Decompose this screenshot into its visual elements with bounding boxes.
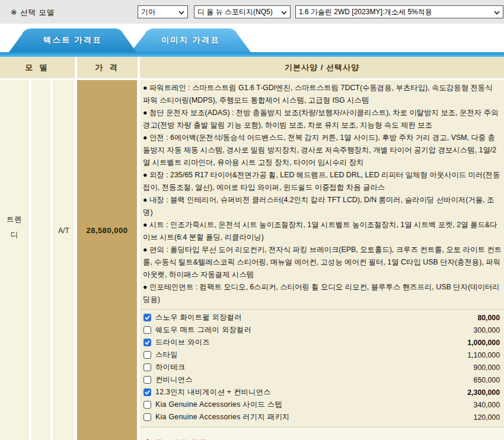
model-selector-bar: ※ 선택 모델 기아 디 올 뉴 스포티지(NQ5) 1.6 가솔린 2WD [… xyxy=(0,0,504,24)
option-price: 1,100,000 xyxy=(467,351,501,359)
spec-item-convenience: ● 편의 : 폴딩타입 무선 도어 리모컨키, 전자식 파킹 브레이크(EPB,… xyxy=(143,244,502,281)
option-price: 2,300,000 xyxy=(467,388,501,397)
option-row[interactable]: Kia Genuine Accessories 사이드 스텝 340,000 xyxy=(143,398,501,411)
transmission-value: A/T xyxy=(53,227,75,235)
option-row[interactable]: 쉐도우 매트 그레이 외장컬러 300,000 xyxy=(143,324,501,336)
option-label: 컨비니언스 xyxy=(155,375,193,385)
option-label: 스노우 화이트펄 외장컬러 xyxy=(155,313,242,323)
option-price: 650,000 xyxy=(474,376,501,384)
brand-select-value: 기아 xyxy=(141,7,155,17)
price-cell: 28,580,000 xyxy=(77,80,137,440)
price-table: 모 델 가 격 기본사양 / 선택사양 트렌디 A/T 28,580,000 ●… xyxy=(0,57,504,440)
spec-item-seat: ● 시트 : 인조가죽시트, 운전석 시트 높이조절장치, 1열 시트벨트 높이… xyxy=(143,219,502,244)
option-label: 드라이브 와이즈 xyxy=(155,337,210,347)
option-row[interactable]: 드라이브 와이즈 1,000,000 xyxy=(143,336,501,349)
tab-image-price-label: 이미지 가격표 xyxy=(130,28,251,52)
option-label: Kia Genuine Accessories 사이드 스텝 xyxy=(155,400,282,410)
spec-item-exterior: ● 외장 : 235/65 R17 타이어&전면가공 휠, LED 헤드램프, … xyxy=(143,169,502,194)
transmission-cell: A/T xyxy=(53,80,75,440)
trim-name: 트렌디 xyxy=(0,212,29,243)
chevron-down-icon xyxy=(178,11,184,15)
option-checkbox[interactable] xyxy=(143,339,151,346)
base-spec-list: ● 파워트레인 : 스마트스트림 G1.6 T-GDI엔진, 스마트스트림 7D… xyxy=(140,80,504,306)
option-row[interactable]: 스노우 화이트펄 외장컬러 80,000 xyxy=(143,311,501,324)
spec-cell: ● 파워트레인 : 스마트스트림 G1.6 T-GDI엔진, 스마트스트림 7D… xyxy=(140,80,504,440)
option-row[interactable]: 스타일 1,100,000 xyxy=(143,349,501,361)
trim-select-value: 1.6 가솔린 2WD [2023MY]:개소세 5%적용 xyxy=(299,7,432,17)
option-price: 120,000 xyxy=(474,413,501,422)
option-label: 스타일 xyxy=(155,350,178,360)
option-row[interactable]: 컨비니언스 650,000 xyxy=(143,374,501,386)
header-model: 모 델 xyxy=(0,57,75,78)
option-row[interactable]: Kia Genuine Accessories 러기지 패키지 120,000 xyxy=(143,411,501,423)
option-row[interactable]: 12.3인치 내비게이션 + 컨비니언스 2,300,000 xyxy=(143,386,501,398)
header-price: 가 격 xyxy=(77,57,138,78)
tab-underline-bar xyxy=(0,52,504,57)
option-price: 900,000 xyxy=(474,364,501,372)
option-label: 하이테크 xyxy=(155,362,185,372)
check-icon xyxy=(144,389,151,396)
spec-item-adas: ● 첨단 운전자 보조(ADAS) : 전방 충돌방지 보조(차량/보행자/사이… xyxy=(143,107,502,132)
option-row[interactable]: 하이테크 900,000 xyxy=(143,361,501,374)
option-checkbox[interactable] xyxy=(143,388,151,396)
model-select[interactable]: 디 올 뉴 스포티지(NQ5) xyxy=(194,5,291,18)
option-checkbox[interactable] xyxy=(143,364,151,371)
model-select-value: 디 올 뉴 스포티지(NQ5) xyxy=(197,7,273,17)
brand-select[interactable]: 기아 xyxy=(138,5,188,18)
tab-image-price-table[interactable]: 이미지 가격표 xyxy=(130,28,251,52)
option-checkbox[interactable] xyxy=(143,413,151,421)
check-icon xyxy=(144,314,151,321)
check-icon xyxy=(144,339,151,346)
tab-text-price-label: 텍스트 가격표 xyxy=(9,28,136,52)
option-label: 12.3인치 내비게이션 + 컨비니언스 xyxy=(155,387,271,397)
option-checkbox[interactable] xyxy=(143,401,151,409)
option-price: 300,000 xyxy=(474,326,501,334)
spec-item-interior: ● 내장 : 블랙 인테리어, 슈퍼비전 클러스터(4.2인치 칼라 TFT L… xyxy=(143,194,502,219)
trim-name-cell: 트렌디 xyxy=(0,80,29,440)
chevron-down-icon xyxy=(494,11,500,15)
price-value: 28,580,000 xyxy=(77,226,137,235)
option-checkbox[interactable] xyxy=(143,314,151,321)
option-checkbox[interactable] xyxy=(143,326,151,334)
option-checkbox[interactable] xyxy=(143,376,151,384)
spec-item-safety: ● 안전 : 6에어백(운전석/동승석 어드밴스드, 전복 감지 커튼, 1열 … xyxy=(143,132,502,169)
chevron-down-icon xyxy=(281,11,287,15)
option-checkbox[interactable] xyxy=(143,351,151,359)
option-price: 340,000 xyxy=(474,401,501,409)
selector-label: ※ 선택 모델 xyxy=(11,8,55,18)
free-items-section: ※ 무료장착 항목 블랙박스 xyxy=(140,427,504,440)
option-price: 80,000 xyxy=(477,314,501,322)
spec-item-infotainment: ● 인포테인먼트 : 컴팩트 오디오, 6스피커, 스티어링 휠 오디오 리모컨… xyxy=(143,281,502,306)
option-label: Kia Genuine Accessories 러기지 패키지 xyxy=(155,412,290,422)
tab-text-price-table[interactable]: 텍스트 가격표 xyxy=(9,28,136,52)
header-spec: 기본사양 / 선택사양 xyxy=(140,57,504,78)
empty-subcolumn-cell xyxy=(31,80,50,440)
spec-item-powertrain: ● 파워트레인 : 스마트스트림 G1.6 T-GDI엔진, 스마트스트림 7D… xyxy=(143,82,502,107)
trim-select[interactable]: 1.6 가솔린 2WD [2023MY]:개소세 5%적용 xyxy=(295,5,503,18)
option-price: 1,000,000 xyxy=(467,339,501,347)
option-list: 스노우 화이트펄 외장컬러 80,000 쉐도우 매트 그레이 외장컬러 300… xyxy=(140,309,504,423)
option-label: 쉐도우 매트 그레이 외장컬러 xyxy=(155,325,251,335)
